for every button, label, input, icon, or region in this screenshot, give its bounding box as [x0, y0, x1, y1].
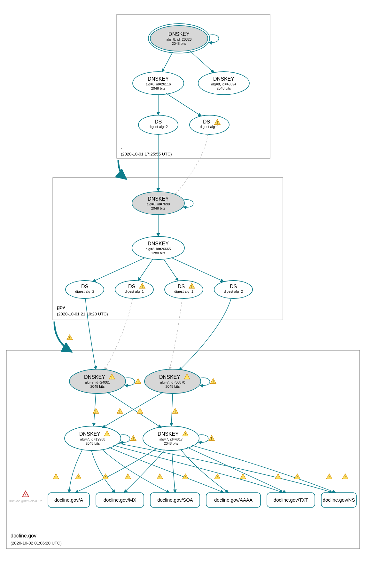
svg-text:docline.gov/DNSKEY: docline.gov/DNSKEY	[9, 499, 43, 503]
svg-text:DNSKEY: DNSKEY	[148, 241, 169, 246]
zone-docline-name: docline.gov	[11, 533, 36, 538]
warning-icon	[183, 474, 188, 479]
warning-icon	[130, 435, 136, 441]
node-root-ds1[interactable]: DS digest alg=1	[190, 115, 229, 134]
warning-icon	[53, 474, 59, 479]
svg-text:2048 bits: 2048 bits	[217, 86, 231, 90]
node-docline-zsk2[interactable]: DNSKEY alg=7, id=4817 2048 bits	[143, 426, 199, 450]
node-missing-dnskey[interactable]: docline.gov/DNSKEY	[9, 491, 43, 503]
warning-icon	[275, 474, 281, 479]
warning-icon	[117, 408, 123, 413]
node-gov-ds-a[interactable]: DS digest alg=2	[66, 281, 104, 298]
edge-rootksk-zsk2	[190, 51, 214, 73]
warning-icon	[93, 408, 99, 413]
svg-text:digest alg=1: digest alg=1	[174, 290, 193, 293]
dnssec-authentication-graph: ! ! . (2020-10-01 17:25:55 UTC) DNSKEY a…	[0, 0, 366, 588]
node-docline-zsk1[interactable]: DNSKEY alg=7, id=19988 2048 bits	[65, 426, 121, 450]
node-root-zsk1[interactable]: DNSKEY alg=8, id=26116 2048 bits	[133, 72, 184, 95]
svg-text:1280 bits: 1280 bits	[151, 251, 166, 255]
warning-icon	[67, 335, 73, 340]
svg-text:alg=8, id=7698: alg=8, id=7698	[147, 202, 170, 206]
warning-icon	[125, 474, 131, 479]
warning-icon	[214, 474, 220, 479]
rrset-aaaa[interactable]: docline.gov/AAAA	[206, 493, 261, 507]
node-docline-ksk1[interactable]: DNSKEY alg=7, id=24081 2048 bits	[69, 369, 126, 393]
node-gov-ds-c[interactable]: DS digest alg=1	[165, 281, 203, 298]
warning-icon	[157, 474, 163, 479]
warning-icon	[103, 474, 108, 479]
svg-text:DNSKEY: DNSKEY	[79, 431, 100, 437]
edge-rootksk-zsk1	[162, 52, 173, 72]
node-gov-ds-d[interactable]: DS digest alg=2	[214, 281, 253, 298]
warning-icon	[210, 378, 216, 384]
svg-text:DS: DS	[155, 119, 162, 124]
svg-text:2048 bits: 2048 bits	[166, 385, 180, 388]
warning-icon	[294, 474, 300, 479]
svg-text:docline.gov/TXT: docline.gov/TXT	[274, 497, 308, 503]
warning-icon	[172, 408, 178, 413]
svg-text:2048 bits: 2048 bits	[86, 441, 100, 445]
edge-zsk1-ds1	[166, 93, 201, 116]
svg-text:alg=7, id=30870: alg=7, id=30870	[160, 380, 185, 384]
svg-text:DS: DS	[178, 284, 185, 289]
node-root-ds2[interactable]: DS digest alg=2	[138, 115, 178, 134]
svg-text:DS: DS	[81, 284, 88, 289]
svg-text:DNSKEY: DNSKEY	[168, 31, 190, 37]
rrset-a[interactable]: docline.gov/A	[48, 493, 90, 507]
svg-text:DNSKEY: DNSKEY	[213, 76, 234, 82]
zone-root-timestamp: (2020-10-01 17:25:55 UTC)	[121, 152, 172, 156]
rrset-mx[interactable]: docline.gov/MX	[96, 493, 144, 507]
svg-text:alg=7, id=4817: alg=7, id=4817	[160, 437, 183, 441]
svg-text:alg=8, id=26665: alg=8, id=26665	[146, 247, 171, 251]
svg-text:2048 bits: 2048 bits	[164, 441, 178, 445]
svg-text:2048 bits: 2048 bits	[90, 385, 105, 388]
svg-text:DNSKEY: DNSKEY	[84, 374, 105, 380]
warning-icon	[135, 378, 141, 384]
svg-text:alg=8, id=46594: alg=8, id=46594	[211, 82, 237, 86]
svg-text:alg=8, id=26116: alg=8, id=26116	[146, 82, 171, 86]
zone-gov-timestamp: (2020-10-01 21:10:28 UTC)	[57, 312, 108, 316]
node-gov-ksk[interactable]: DNSKEY alg=8, id=7698 2048 bits	[132, 192, 184, 215]
svg-text:docline.gov/NS: docline.gov/NS	[323, 497, 355, 503]
warning-icon	[342, 474, 348, 479]
svg-text:docline.gov/MX: docline.gov/MX	[104, 497, 136, 503]
warning-icon	[75, 474, 81, 479]
svg-text:DS: DS	[203, 119, 210, 124]
warning-icon	[326, 474, 332, 479]
svg-text:DNSKEY: DNSKEY	[148, 76, 169, 82]
rrset-ns[interactable]: docline.gov/NS	[321, 493, 356, 507]
svg-text:DNSKEY: DNSKEY	[158, 431, 179, 437]
error-icon	[22, 491, 29, 497]
zone-root-name: .	[121, 145, 122, 150]
warning-icon	[209, 435, 214, 441]
warning-icon	[240, 474, 246, 479]
svg-text:DNSKEY: DNSKEY	[148, 196, 169, 202]
zone-docline-timestamp: (2020-10-02 01:06:20 UTC)	[11, 541, 62, 545]
svg-text:alg=7, id=19988: alg=7, id=19988	[80, 437, 105, 441]
svg-text:digest alg=1: digest alg=1	[200, 125, 219, 129]
svg-text:DS: DS	[230, 284, 237, 289]
edge-ds1-govksk-insecure	[174, 134, 208, 196]
rrset-txt[interactable]: docline.gov/TXT	[267, 493, 315, 507]
svg-text:digest alg=2: digest alg=2	[75, 290, 94, 293]
delegation-root-gov	[118, 160, 126, 179]
svg-text:alg=8, id=20326: alg=8, id=20326	[167, 37, 192, 41]
node-docline-ksk2[interactable]: DNSKEY alg=7, id=30870 2048 bits	[144, 369, 201, 393]
rrset-soa[interactable]: docline.gov/SOA	[150, 493, 200, 507]
zone-gov-name: gov	[57, 305, 65, 310]
node-gov-zsk[interactable]: DNSKEY alg=8, id=26665 1280 bits	[132, 236, 184, 259]
svg-text:digest alg=2: digest alg=2	[224, 290, 243, 293]
svg-text:digest alg=2: digest alg=2	[149, 125, 168, 129]
node-root-zsk2[interactable]: DNSKEY alg=8, id=46594 2048 bits	[198, 72, 249, 95]
svg-text:docline.gov/SOA: docline.gov/SOA	[157, 497, 193, 503]
svg-text:2048 bits: 2048 bits	[172, 42, 186, 45]
svg-text:2048 bits: 2048 bits	[151, 206, 166, 210]
svg-text:alg=7, id=24081: alg=7, id=24081	[85, 380, 110, 384]
svg-text:2048 bits: 2048 bits	[151, 86, 166, 90]
node-root-ksk[interactable]: DNSKEY alg=8, id=20326 2048 bits	[148, 24, 210, 53]
warning-icon	[137, 408, 143, 413]
svg-text:DNSKEY: DNSKEY	[159, 374, 180, 380]
svg-text:DS: DS	[128, 284, 135, 289]
svg-text:digest alg=1: digest alg=1	[125, 290, 144, 293]
node-gov-ds-b[interactable]: DS digest alg=1	[115, 281, 153, 298]
